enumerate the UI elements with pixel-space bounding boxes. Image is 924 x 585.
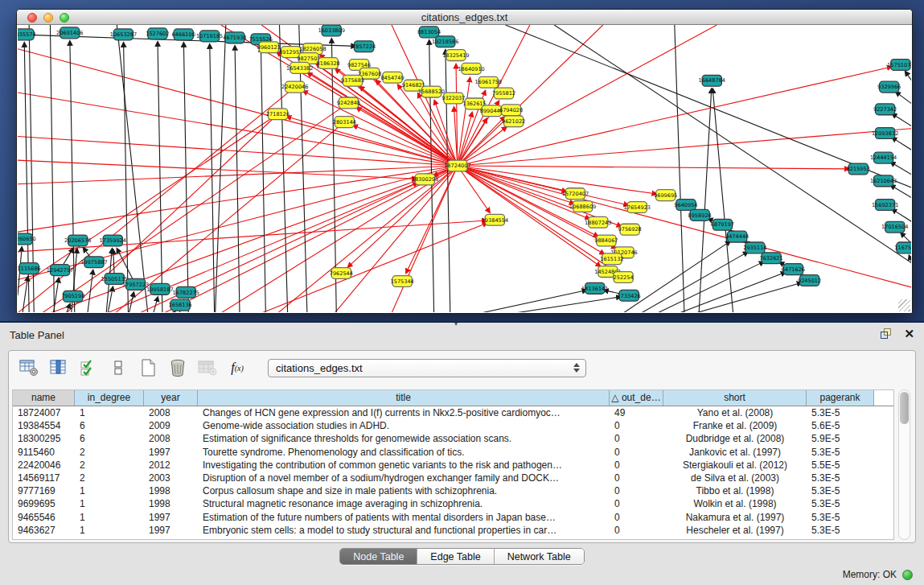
table-cell[interactable]: Genome-wide association studies in ADHD. xyxy=(198,419,610,432)
table-cell[interactable]: 19384554 xyxy=(13,419,75,432)
table-cell[interactable]: Embryonic stem cells: a model to study s… xyxy=(198,524,610,537)
table-cell[interactable]: 2 xyxy=(75,446,144,459)
table-cell[interactable]: Wolkin et al. (1998) xyxy=(663,497,807,510)
table-cell[interactable]: 9465546 xyxy=(13,511,75,524)
graph-node[interactable]: 8454749 xyxy=(380,72,404,83)
column-header-pagerank[interactable]: pagerank xyxy=(807,390,874,406)
table-row[interactable]: 2242004622012Investigating the contribut… xyxy=(13,459,893,472)
table-cell[interactable]: Franke et al. (2009) xyxy=(663,419,807,432)
row-height-icon[interactable] xyxy=(108,358,129,377)
graph-node[interactable]: 16648784 xyxy=(699,75,725,86)
import-table-disabled-icon[interactable] xyxy=(197,358,218,377)
table-row[interactable]: 946554611997Estimation of the future num… xyxy=(13,511,893,524)
table-cell[interactable]: 1997 xyxy=(144,446,198,459)
table-cell[interactable]: 1998 xyxy=(144,484,198,497)
graph-node[interactable]: 16782275 xyxy=(173,286,199,298)
table-cell[interactable]: 0 xyxy=(610,511,663,524)
table-cell[interactable]: 9115460 xyxy=(13,446,75,459)
table-cell[interactable]: 9777169 xyxy=(13,484,75,497)
table-cell[interactable]: 5.6E-5 xyxy=(807,419,874,432)
graph-node[interactable]: 20691406 xyxy=(56,27,83,39)
graph-node[interactable]: 19218586 xyxy=(432,36,458,47)
column-header-short[interactable]: short xyxy=(663,390,807,406)
table-cell[interactable]: 5.3E-5 xyxy=(807,472,874,484)
table-row[interactable]: 977716911998Corpus callosum shape and si… xyxy=(13,484,893,497)
graph-node[interactable]: 18640910 xyxy=(458,63,484,74)
graph-node[interactable]: 15688520 xyxy=(418,86,445,97)
network-canvas[interactable]: 4035574206914061065328715276026466100107… xyxy=(18,25,911,312)
graph-node[interactable]: 2935114 xyxy=(743,242,766,253)
table-cell[interactable]: 1997 xyxy=(144,524,198,537)
graph-node[interactable]: 17016504 xyxy=(881,221,908,233)
graph-node[interactable]: 9884067 xyxy=(594,235,618,246)
table-cell[interactable]: 6 xyxy=(75,432,144,445)
table-cell[interactable]: 1 xyxy=(75,511,144,524)
table-cell[interactable]: 2 xyxy=(75,459,144,472)
table-cell[interactable]: 49 xyxy=(610,406,663,419)
table-cell[interactable]: 5.3E-5 xyxy=(807,524,874,537)
table-cell[interactable]: 0 xyxy=(610,446,663,459)
table-cell[interactable]: Estimation of the future numbers of pati… xyxy=(198,511,610,524)
citation-network-graph[interactable]: 4035574206914061065328715276026466100107… xyxy=(18,25,911,312)
table-cell[interactable]: 1998 xyxy=(144,497,198,510)
table-cell[interactable]: 1997 xyxy=(144,511,198,524)
table-cell[interactable]: 6 xyxy=(75,419,144,432)
graph-node[interactable]: 16961758 xyxy=(475,76,502,88)
graph-node[interactable]: 17654923 xyxy=(624,202,651,213)
table-row[interactable]: 946362711997Embryonic stem cells: a mode… xyxy=(13,524,893,537)
graph-node[interactable]: 7905198 xyxy=(61,290,84,302)
graph-node[interactable]: 1527602 xyxy=(146,28,169,39)
graph-node[interactable]: 14136141 xyxy=(581,282,608,294)
graph-node[interactable]: 25260650 xyxy=(18,233,36,245)
table-cell[interactable]: 0 xyxy=(610,472,663,484)
close-panel-icon[interactable]: ✕ xyxy=(904,328,914,340)
table-cell[interactable]: 22420046 xyxy=(13,459,75,472)
table-cell[interactable]: 18300295 xyxy=(13,432,75,445)
table-cell[interactable]: 0 xyxy=(610,432,663,445)
table-cell[interactable]: 2008 xyxy=(144,432,198,445)
table-cell[interactable]: Dudbridge et al. (2008) xyxy=(663,432,807,445)
table-cell[interactable]: 2009 xyxy=(144,419,198,432)
graph-node[interactable]: 1733426 xyxy=(618,290,641,301)
table-scrollbar[interactable] xyxy=(898,389,910,540)
tab-edge-table[interactable]: Edge Table xyxy=(417,549,494,564)
graph-node[interactable]: 9474444 xyxy=(725,231,749,242)
graph-node[interactable]: 10653287 xyxy=(110,29,137,40)
graph-node[interactable]: 6879197 xyxy=(711,219,734,230)
table-cell[interactable]: 1 xyxy=(75,484,144,497)
graph-node[interactable]: 18300295 xyxy=(412,174,438,185)
table-cell[interactable]: Estimation of significance thresholds fo… xyxy=(198,432,610,445)
table-cell[interactable]: 1 xyxy=(75,406,144,419)
column-header-in_degree[interactable]: in_degree xyxy=(75,390,144,406)
table-row[interactable]: 1872400712008Changes of HCN gene express… xyxy=(13,406,893,419)
table-cell[interactable]: 1 xyxy=(75,497,144,510)
graph-node[interactable]: 17359924 xyxy=(100,235,126,246)
graph-node[interactable]: 8215953 xyxy=(847,163,870,175)
table-cell[interactable]: Investigating the contribution of common… xyxy=(198,459,610,472)
graph-node[interactable]: 12093832 xyxy=(872,128,898,139)
graph-node[interactable]: 15720407 xyxy=(562,188,589,200)
window-titlebar[interactable]: citations_edges.txt xyxy=(17,10,912,25)
table-cell[interactable]: Jankovic et al. (1997) xyxy=(663,446,807,459)
table-cell[interactable]: Tibbo et al. (1998) xyxy=(663,484,807,497)
graph-node[interactable]: 1115686 xyxy=(18,263,41,274)
table-cell[interactable]: 5.3E-5 xyxy=(807,446,874,459)
table-settings-icon[interactable] xyxy=(18,358,39,377)
window-resize-grip[interactable] xyxy=(898,299,910,311)
table-cell[interactable]: 5.9E-5 xyxy=(807,432,874,445)
show-hide-columns-icon[interactable] xyxy=(48,358,69,377)
table-cell[interactable]: 0 xyxy=(610,497,663,510)
table-row[interactable]: 911546021997Tourette syndrome. Phenomeno… xyxy=(13,446,893,459)
graph-node[interactable]: 7857224 xyxy=(352,41,376,52)
table-cell[interactable]: 0 xyxy=(610,419,663,432)
graph-node[interactable]: 9640954 xyxy=(674,200,697,211)
table-cell[interactable]: Stergiakouli et al. (2012) xyxy=(663,459,807,472)
table-cell[interactable]: 5.3E-5 xyxy=(807,484,874,497)
delete-table-icon[interactable] xyxy=(167,358,188,377)
table-cell[interactable]: 2012 xyxy=(144,459,198,472)
table-cell[interactable]: 2008 xyxy=(144,406,198,419)
table-scrollbar-thumb[interactable] xyxy=(900,392,909,424)
table-cell[interactable]: 0 xyxy=(610,484,663,497)
graph-node[interactable]: 6466100 xyxy=(172,29,195,40)
graph-node[interactable]: 1167533 xyxy=(894,242,911,253)
